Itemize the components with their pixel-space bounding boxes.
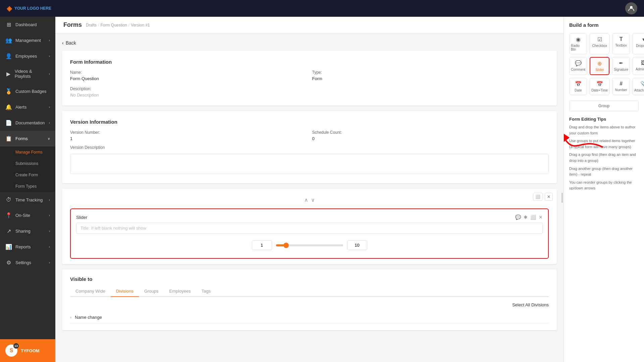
form-tools-grid: ◉ Radio Btn ☑ Checkbox T Textbox ▾ Dropd… [569,33,639,95]
sidebar-item-management[interactable]: 👥 Management › [0,33,55,48]
division-row[interactable]: › Name change [70,311,549,323]
select-all-button[interactable]: Select All Divisions [512,302,549,307]
admin-img-icon: 🖼 [641,60,644,66]
sidebar-item-employees[interactable]: 👤 Employees › [0,48,55,64]
form-info-title: Form Information [70,59,549,65]
user-avatar[interactable] [625,2,637,14]
sidebar-item-time-tracking[interactable]: ⏱ Time Tracking › [0,192,55,207]
slider-track[interactable] [276,244,343,246]
sidebar-item-alerts[interactable]: 🔔 Alerts › [0,99,55,115]
settings-icon: ⚙ [5,259,12,266]
version-information-card: Version Information Version Number: 1 Sc… [62,111,557,183]
tool-signature[interactable]: ✒ Signature [612,57,630,75]
sidebar-item-sharing[interactable]: ↗ Sharing › [0,223,55,239]
tool-date-time[interactable]: 📅 Date+Time [590,78,609,95]
sidebar-item-create-form[interactable]: Create Form [0,169,55,181]
slider-row [76,238,543,253]
chevron-right-icon: › [49,229,50,233]
sidebar-item-custom-badges[interactable]: 🏅 Custom Badges [0,83,55,99]
move-down-icon[interactable]: ∨ [311,197,315,203]
visible-to-title: Visible to [70,276,549,282]
sidebar: ⊞ Dashboard 👥 Management › 👤 Employees ›… [0,17,55,362]
breadcrumb-drafts: Drafts [86,23,97,27]
sharing-icon: ↗ [5,228,12,234]
tab-tags[interactable]: Tags [196,286,216,297]
form-description-field: Description: No Description [70,86,307,98]
page-title: Forms [63,21,82,28]
move-controls: ∧ ∨ [70,194,549,206]
comment-icon[interactable]: 💬 [515,215,521,220]
tool-textbox[interactable]: T Textbox [612,33,630,54]
alerts-icon: 🔔 [5,104,12,110]
slider-min-input[interactable] [252,240,272,250]
reports-icon: 📊 [5,244,12,250]
slider-title-input[interactable] [76,223,543,234]
radio-icon: ◉ [576,36,581,43]
date-icon: 📅 [575,81,582,87]
right-panel: Build a form ◉ Radio Btn ☑ Checkbox T Te… [564,17,644,362]
slider-thumb[interactable] [283,243,289,248]
sidebar-item-documentation[interactable]: 📄 Documentation › [0,115,55,131]
management-icon: 👥 [5,37,12,44]
schedule-count-field: Schedule Count: 0 [312,130,549,141]
chevron-right-icon: › [49,245,50,249]
tab-employees[interactable]: Employees [164,286,196,297]
tab-divisions[interactable]: Divisions [111,286,139,297]
visible-to-tabs: Company Wide Divisions Groups Employees … [70,286,549,297]
tab-groups[interactable]: Groups [139,286,164,297]
version-description-input[interactable] [70,154,549,174]
sidebar-item-videos[interactable]: ▶ Videos & Playlists › [0,64,55,83]
tool-date[interactable]: 📅 Date [569,78,587,95]
sidebar-forms-submenu: Manage Forms Submissions Create Form For… [0,146,55,192]
tool-number[interactable]: # Number [612,78,630,95]
tool-comment[interactable]: 💬 Comment [569,57,587,75]
tips-title: Form Editing Tips [569,117,639,122]
slider-max-input[interactable] [347,240,367,250]
employees-icon: 👤 [5,53,12,59]
chevron-right-icon: › [49,105,50,109]
sidebar-item-forms[interactable]: 📋 Forms ∨ [0,131,55,146]
slider-title-label: Slider [76,215,87,220]
chevron-right-icon: › [49,214,50,217]
tips-content: Drag and drop the items above to author … [569,124,639,191]
close-button[interactable]: ✕ [545,193,553,201]
breadcrumb-version: Version #1 [131,23,150,27]
tool-attachments[interactable]: 📎 Attachments [633,78,644,95]
sidebar-item-settings[interactable]: ⚙ Settings › [0,255,55,270]
tool-radio-btn[interactable]: ◉ Radio Btn [569,33,587,54]
division-chevron-icon: › [70,315,71,320]
sidebar-item-on-site[interactable]: 📍 On-Site › [0,207,55,223]
time-icon: ⏱ [5,197,12,203]
form-information-card: Form Information Name: Form Question Typ… [62,51,557,106]
sidebar-item-reports[interactable]: 📊 Reports › [0,239,55,255]
sidebar-bottom-tyfoom[interactable]: S 13 TYFOOM [0,339,55,362]
top-bar: ◈ YOUR LOGO HERE [0,0,644,17]
tool-admin-img[interactable]: 🖼 Admin Img [633,57,644,75]
back-button[interactable]: ‹ Back [62,40,557,46]
tool-dropdown[interactable]: ▾ Dropdown [633,33,644,54]
dropdown-icon: ▾ [642,36,644,43]
version-number-field: Version Number: 1 [70,130,307,141]
version-info-title: Version Information [70,119,549,125]
onsite-icon: 📍 [5,212,12,219]
asterisk-icon[interactable]: ✱ [524,215,528,220]
move-up-icon[interactable]: ∧ [304,197,308,203]
tab-company-wide[interactable]: Company Wide [70,286,111,297]
chevron-right-icon: › [49,121,50,125]
tool-checkbox[interactable]: ☑ Checkbox [590,33,609,54]
tool-slider[interactable]: ⊕ Slider [590,57,609,75]
sidebar-item-form-types[interactable]: Form Types [0,181,55,192]
attachments-icon: 📎 [640,81,644,87]
main-scroll-area: ‹ Back Form Information Name: Form Quest… [55,34,564,362]
sidebar-item-manage-forms[interactable]: Manage Forms [0,146,55,158]
breadcrumb: Drafts / Form Question / Version #1 [86,23,150,27]
close-slider-icon[interactable]: ✕ [539,215,543,220]
date-time-icon: 📅 [596,81,603,87]
expand-button[interactable]: ⬜ [533,193,543,201]
expand-icon[interactable]: ⬜ [530,215,536,220]
form-name-field: Name: Form Question [70,70,307,81]
group-button[interactable]: Group [569,101,639,111]
slider-component: Slider 💬 ✱ ⬜ ✕ [70,208,549,259]
sidebar-item-submissions[interactable]: Submissions [0,158,55,169]
sidebar-item-dashboard[interactable]: ⊞ Dashboard [0,17,55,33]
